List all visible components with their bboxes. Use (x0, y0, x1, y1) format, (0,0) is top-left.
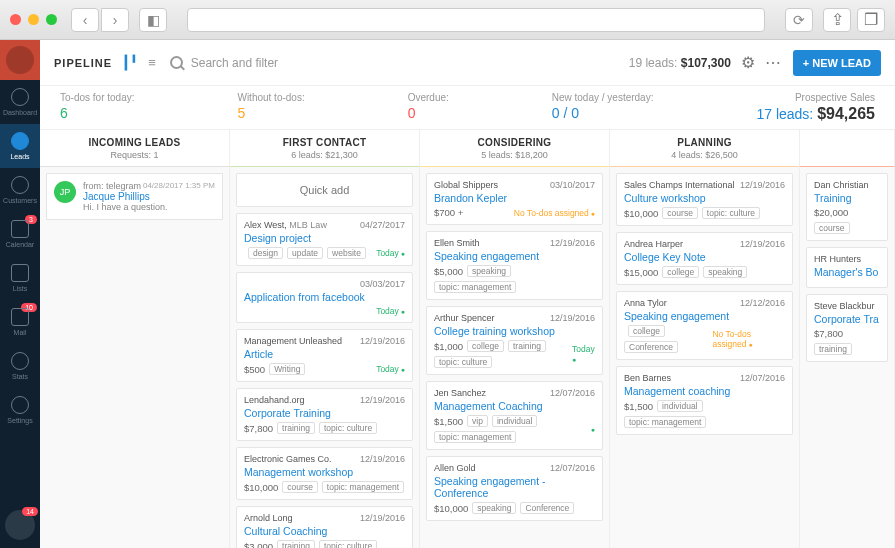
tabs-button[interactable]: ❐ (857, 8, 885, 32)
nav-lists[interactable]: Lists (0, 256, 40, 300)
tag[interactable]: individual (657, 400, 702, 412)
column-header[interactable]: FIRST CONTACT6 leads: $21,300 (230, 130, 419, 167)
tag[interactable]: topic: management (434, 281, 516, 293)
tag[interactable]: training (277, 422, 315, 434)
nav-dashboard[interactable]: Dashboard (0, 80, 40, 124)
tag[interactable]: topic: management (322, 481, 404, 493)
tag[interactable]: topic: culture (319, 422, 377, 434)
tag[interactable]: topic: culture (319, 540, 377, 548)
column-first-contact: FIRST CONTACT6 leads: $21,300 Quick add … (230, 130, 420, 548)
tag[interactable]: vip (467, 415, 488, 427)
tag[interactable]: training (277, 540, 315, 548)
nav-label: Mail (14, 329, 27, 336)
forward-button[interactable]: › (101, 8, 129, 32)
lead-card[interactable]: Sales Champs International12/19/2016 Cul… (616, 173, 793, 226)
nav-leads[interactable]: Leads (0, 124, 40, 168)
tag[interactable]: topic: culture (702, 207, 760, 219)
column-header[interactable] (800, 130, 894, 167)
nav-settings[interactable]: Settings (0, 388, 40, 432)
lead-card[interactable]: Allen Gold12/07/2016 Speaking engagement… (426, 456, 603, 521)
leads-icon (11, 132, 29, 150)
tag[interactable]: speaking (472, 502, 516, 514)
lead-card[interactable]: 03/03/2017 Application from facebook Tod… (236, 272, 413, 323)
tag[interactable]: course (282, 481, 318, 493)
contact-label: Allen Gold (434, 463, 476, 473)
column-header[interactable]: PLANNING4 leads: $26,500 (610, 130, 799, 167)
search-input[interactable]: Search and filter (170, 56, 629, 70)
address-bar[interactable] (187, 8, 765, 32)
back-button[interactable]: ‹ (71, 8, 99, 32)
tag[interactable]: course (662, 207, 698, 219)
contact-label: Anna Tylor (624, 298, 667, 308)
tag[interactable]: speaking (703, 266, 747, 278)
column-header[interactable]: CONSIDERING5 leads: $18,200 (420, 130, 609, 167)
nav-calendar[interactable]: 3Calendar (0, 212, 40, 256)
reload-button[interactable]: ⟳ (785, 8, 813, 32)
column-name: PLANNING (610, 137, 799, 148)
nav-customers[interactable]: Customers (0, 168, 40, 212)
tag[interactable]: individual (492, 415, 537, 427)
lead-card[interactable]: Andrea Harper12/19/2016 College Key Note… (616, 232, 793, 285)
tag[interactable]: website (327, 247, 366, 259)
price-label: $5,000 (434, 266, 463, 277)
lead-card[interactable]: Steve Blackbur Corporate Tra $7,800train… (806, 294, 888, 362)
tag[interactable]: topic: management (624, 416, 706, 428)
date-label: 04/28/2017 1:35 PM (143, 181, 215, 190)
tag[interactable]: Writing (269, 363, 305, 375)
tag[interactable]: design (248, 247, 283, 259)
lead-card[interactable]: Arnold Long12/19/2016 Cultural Coaching … (236, 506, 413, 548)
new-lead-button[interactable]: + NEW LEAD (793, 50, 881, 76)
quick-add-card[interactable]: Quick add (236, 173, 413, 207)
lead-card[interactable]: Arthur Spencer12/19/2016 College trainin… (426, 306, 603, 375)
tag[interactable]: speaking (467, 265, 511, 277)
maximize-window-icon[interactable] (46, 14, 57, 25)
lead-card[interactable]: Lendahand.org12/19/2016 Corporate Traini… (236, 388, 413, 441)
lead-card[interactable]: Jen Sanchez12/07/2016 Management Coachin… (426, 381, 603, 450)
share-button[interactable]: ⇪ (823, 8, 851, 32)
lead-title: College Key Note (624, 251, 785, 263)
tag[interactable]: college (662, 266, 699, 278)
view-toggle[interactable]: ┃╹ ≡ (122, 55, 156, 70)
lead-card[interactable]: Electronic Games Co.12/19/2016 Managemen… (236, 447, 413, 500)
lead-card[interactable]: Alex West, MLB Law04/27/2017 Design proj… (236, 213, 413, 266)
sidebar-toggle-button[interactable]: ◧ (139, 8, 167, 32)
lead-card[interactable]: Ellen Smith12/19/2016 Speaking engagemen… (426, 231, 603, 300)
mail-icon (11, 308, 29, 326)
gear-icon[interactable]: ⚙ (741, 53, 755, 72)
status-label: Today (572, 344, 595, 364)
tag[interactable]: training (814, 343, 852, 355)
tag[interactable]: college (467, 340, 504, 352)
lead-card[interactable]: Anna Tylor12/12/2016 Speaking engagement… (616, 291, 793, 360)
lead-card[interactable]: Management Unleashed12/19/2016 Article $… (236, 329, 413, 382)
minimize-window-icon[interactable] (28, 14, 39, 25)
lead-card[interactable]: Ben Barnes12/07/2016 Management coaching… (616, 366, 793, 435)
kanban-view-icon[interactable]: ┃╹ (122, 55, 138, 70)
list-view-icon[interactable]: ≡ (148, 55, 156, 70)
date-label: 12/12/2016 (740, 298, 785, 308)
column-incoming: INCOMING LEADSRequests: 1 JP from: teleg… (40, 130, 230, 548)
close-window-icon[interactable] (10, 14, 21, 25)
more-icon[interactable]: ⋯ (765, 53, 781, 72)
tag[interactable]: topic: culture (434, 356, 492, 368)
contact-label: Andrea Harper (624, 239, 683, 249)
nav-mail[interactable]: 10Mail (0, 300, 40, 344)
user-avatar[interactable] (0, 40, 40, 80)
tag[interactable]: college (628, 325, 665, 337)
lead-card[interactable]: Global Shippers03/10/2017 Brandon Kepler… (426, 173, 603, 225)
tag[interactable]: topic: management (434, 431, 516, 443)
lead-card[interactable]: HR Hunters Manager's Bo (806, 247, 888, 288)
window-controls[interactable] (10, 14, 57, 25)
status-dot (591, 424, 595, 434)
tag[interactable]: course (814, 222, 850, 234)
date-label: 12/19/2016 (740, 180, 785, 190)
chat-bubble[interactable]: 14 (5, 510, 35, 540)
tag[interactable]: Conference (624, 341, 678, 353)
lead-card[interactable]: Dan Christian Training $20,000course (806, 173, 888, 241)
column-header[interactable]: INCOMING LEADSRequests: 1 (40, 130, 229, 167)
nav-stats[interactable]: Stats (0, 344, 40, 388)
lead-title: Management workshop (244, 466, 405, 478)
tag[interactable]: Conference (520, 502, 574, 514)
tag[interactable]: training (508, 340, 546, 352)
tag[interactable]: update (287, 247, 323, 259)
incoming-lead-card[interactable]: JP from: telegram04/28/2017 1:35 PM Jacq… (46, 173, 223, 220)
